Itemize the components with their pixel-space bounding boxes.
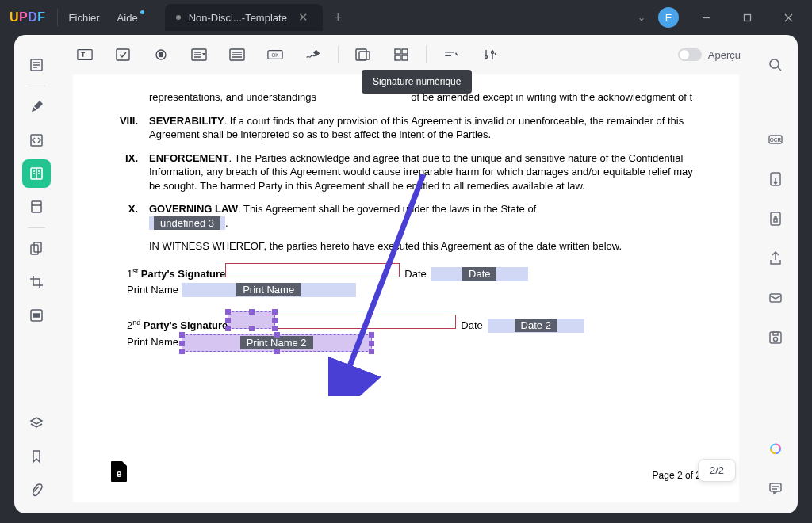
crop-icon[interactable]	[22, 268, 51, 296]
party1-signature-field[interactable]	[225, 263, 400, 277]
reader-mode-icon[interactable]	[22, 51, 51, 79]
party2-name-row: Print Name Print Name 2	[127, 334, 701, 352]
search-icon[interactable]	[761, 51, 790, 79]
svg-rect-35	[356, 49, 366, 60]
svg-rect-40	[402, 55, 408, 60]
tab-title: Non-Discl...-Template	[189, 12, 287, 24]
svg-rect-20	[33, 314, 40, 317]
preview-toggle[interactable]: Aperçu	[678, 48, 741, 61]
tab-close-icon[interactable]: ✕	[295, 10, 312, 25]
highlight-fields-tool[interactable]	[350, 43, 377, 67]
checkbox-tool[interactable]	[109, 43, 136, 67]
menu-file[interactable]: Fichier	[69, 12, 100, 24]
svg-text:OK: OK	[271, 52, 279, 58]
tab-status-dot	[176, 15, 181, 20]
save-icon[interactable]	[761, 323, 790, 352]
attachment-icon[interactable]	[22, 475, 51, 504]
svg-rect-15	[32, 201, 41, 212]
svg-rect-21	[78, 50, 92, 60]
party2-signature-row: 2nd Party's Signature Date Date 2	[127, 311, 701, 333]
party1-signature-row: 1st Party's Signature Date Date	[127, 263, 701, 281]
signature-tool[interactable]	[300, 43, 327, 67]
organize-pages-icon[interactable]	[22, 235, 51, 263]
layers-icon[interactable]	[22, 409, 51, 437]
page-number-footer: Page 2 of 2	[653, 469, 701, 482]
arrange-tool[interactable]	[438, 43, 465, 67]
svg-rect-57	[770, 483, 781, 491]
party2-signature-field-selected-left[interactable]	[228, 311, 275, 329]
party1-printname-field[interactable]: Print Name	[182, 283, 356, 297]
svg-rect-53	[770, 294, 781, 302]
stamp-icon: e	[111, 461, 127, 482]
signature-tooltip: Signature numérique	[362, 70, 472, 94]
ai-assistant-icon[interactable]	[763, 437, 788, 463]
button-tool[interactable]: OK	[262, 43, 289, 67]
workspace: OK Aperçu Signature numérique representa…	[14, 35, 798, 513]
party2-date-field[interactable]: Date 2	[488, 319, 584, 333]
svg-rect-52	[774, 219, 777, 222]
user-avatar[interactable]: E	[658, 7, 679, 28]
form-field-undefined3[interactable]: undefined 3	[154, 216, 220, 230]
align-tool[interactable]	[388, 43, 415, 67]
app-logo: UPDF	[10, 10, 46, 25]
svg-rect-56	[773, 332, 778, 335]
menu-help[interactable]: Aide	[117, 12, 138, 24]
svg-rect-37	[395, 49, 400, 54]
edit-text-icon[interactable]	[22, 126, 51, 155]
svg-point-44	[492, 52, 494, 54]
section-8: VIII. SEVERABILITY. If a court finds tha…	[111, 114, 701, 142]
dropdown-tool[interactable]	[186, 43, 213, 67]
window-maximize[interactable]	[733, 6, 761, 29]
document-area: OK Aperçu Signature numérique representa…	[59, 35, 753, 513]
protect-icon[interactable]	[761, 204, 790, 233]
party1-date-field[interactable]: Date	[431, 267, 528, 281]
titlebar: UPDF Fichier Aide Non-Discl...-Template …	[0, 0, 812, 35]
forms-toolbar: OK Aperçu	[59, 35, 753, 74]
svg-point-55	[774, 338, 778, 342]
radio-button-tool[interactable]	[147, 43, 174, 67]
document-tab[interactable]: Non-Discl...-Template ✕	[165, 4, 323, 31]
right-sidebar: OCR	[753, 35, 798, 513]
left-sidebar	[14, 35, 59, 513]
window-minimize[interactable]	[691, 6, 720, 29]
section-10: X. GOVERNING LAW. This Agreement shall b…	[111, 202, 701, 230]
svg-rect-36	[359, 52, 370, 59]
svg-rect-39	[395, 55, 400, 60]
listbox-tool[interactable]	[224, 43, 251, 67]
toggle-switch[interactable]	[678, 48, 702, 61]
svg-point-46	[770, 59, 779, 68]
svg-point-43	[485, 56, 488, 59]
page-tool-icon[interactable]	[22, 193, 51, 221]
tab-list-dropdown[interactable]: ⌄	[638, 12, 645, 23]
text-field-tool[interactable]	[71, 43, 98, 67]
convert-icon[interactable]	[761, 165, 790, 193]
svg-rect-38	[402, 49, 408, 54]
annotate-icon[interactable]	[22, 93, 51, 121]
page-indicator[interactable]: 2/2	[698, 459, 736, 482]
svg-point-24	[159, 53, 163, 57]
document-page: representations, and understandings ot b…	[73, 74, 739, 502]
email-icon[interactable]	[761, 284, 790, 312]
section-9: IX. ENFORCEMENT. The Parties acknowledge…	[111, 151, 701, 193]
bookmark-icon[interactable]	[22, 442, 51, 471]
form-mode-icon[interactable]	[22, 159, 51, 188]
ocr-icon[interactable]: OCR	[761, 125, 790, 154]
party2-signature-field[interactable]	[274, 315, 456, 329]
window-close[interactable]	[774, 6, 802, 29]
new-tab-button[interactable]: +	[334, 10, 343, 26]
svg-rect-1	[744, 14, 750, 21]
svg-text:OCR: OCR	[770, 137, 782, 143]
page-scroll-area[interactable]: representations, and understandings ot b…	[59, 74, 753, 513]
share-icon[interactable]	[761, 244, 790, 273]
settings-tool[interactable]	[476, 43, 503, 67]
party2-printname-field-selected[interactable]: Print Name 2	[182, 334, 372, 352]
comment-icon[interactable]	[761, 474, 790, 502]
svg-rect-22	[117, 49, 129, 60]
witness-paragraph: IN WITNESS WHEREOF, the parties hereto h…	[149, 239, 701, 254]
party1-name-row: Print Name Print Name	[127, 283, 701, 298]
svg-line-47	[778, 67, 781, 71]
redact-icon[interactable]	[22, 301, 51, 330]
